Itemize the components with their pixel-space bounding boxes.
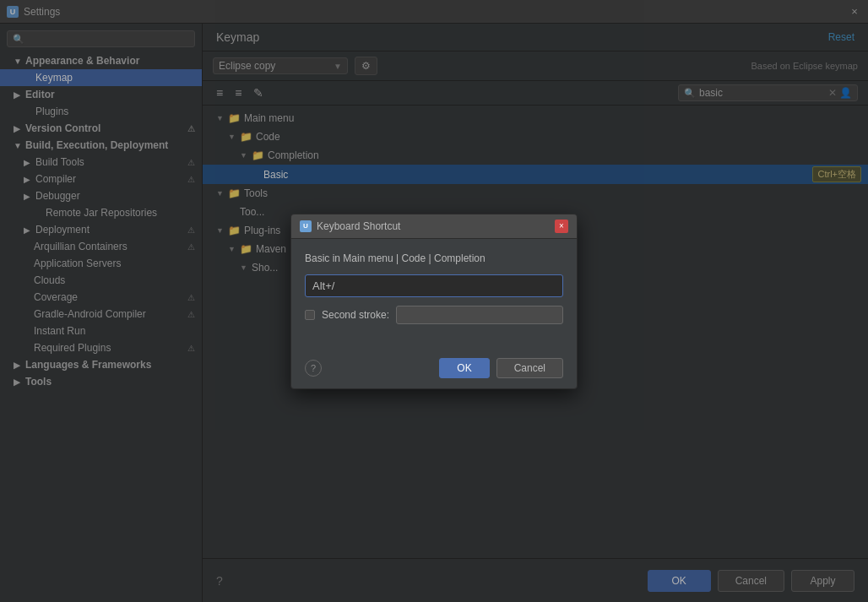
- dialog-description: Basic in Main menu | Code | Completion: [305, 252, 563, 264]
- second-stroke-input[interactable]: [396, 306, 563, 324]
- second-stroke-row: Second stroke:: [305, 306, 563, 324]
- shortcut-context: Basic in Main menu | Code | Completion: [305, 252, 486, 264]
- dialog-title: Keyboard Shortcut: [317, 220, 555, 232]
- dialog-help-button[interactable]: ?: [305, 360, 322, 377]
- dialog-close-button[interactable]: ×: [555, 220, 568, 233]
- dialog-title-bar: U Keyboard Shortcut ×: [291, 214, 577, 239]
- shortcut-input[interactable]: [305, 274, 563, 297]
- keyboard-shortcut-dialog: U Keyboard Shortcut × Basic in Main menu…: [290, 214, 578, 389]
- dialog-icon: U: [300, 220, 312, 232]
- dialog-cancel-button[interactable]: Cancel: [496, 358, 563, 378]
- second-stroke-label: Second stroke:: [322, 309, 389, 321]
- dialog-footer: ? OK Cancel: [291, 351, 577, 388]
- dialog-ok-button[interactable]: OK: [439, 358, 489, 378]
- dialog-body: Basic in Main menu | Code | Completion S…: [291, 239, 577, 351]
- second-stroke-checkbox[interactable]: [305, 310, 315, 320]
- modal-overlay: U Keyboard Shortcut × Basic in Main menu…: [0, 0, 868, 602]
